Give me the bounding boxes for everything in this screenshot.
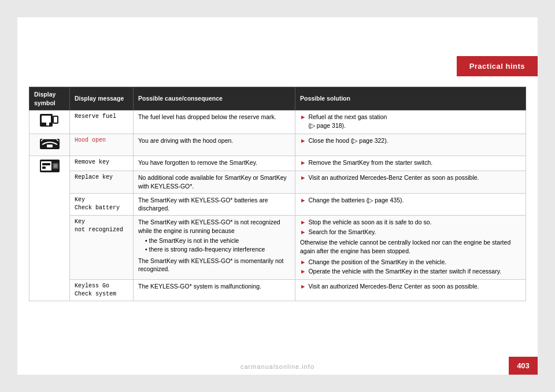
watermark-text: carmanualsonline.info [240, 363, 314, 370]
table-row: Reserve fuel The fuel level has dropped … [29, 110, 526, 134]
watermark: carmanualsonline.info [240, 363, 314, 370]
display-msg-hood-open: Hood open [70, 134, 134, 156]
svg-rect-12 [54, 164, 57, 168]
symbol-cell-key [29, 156, 70, 301]
table-row: Replace key No additional code available… [29, 171, 526, 193]
solution-remove-key: ►Remove the SmartKey from the starter sw… [295, 156, 526, 171]
solution-hood-open: ►Close the hood (▷ page 322). [295, 134, 526, 156]
display-msg-check-battery: KeyCheck battery [70, 193, 134, 215]
cause-keyless-go: The KEYLESS-GO* system is malfunctioning… [134, 280, 295, 301]
display-msg-remove-key: Remove key [70, 156, 134, 171]
main-table-container: Display symbol Display message Possible … [29, 87, 526, 346]
cause-hood-open: You are driving with the hood open. [134, 134, 295, 156]
display-msg-not-recognized: Keynot recognized [70, 215, 134, 279]
cause-remove-key: You have forgotten to remove the SmartKe… [134, 156, 295, 171]
solution-replace-key: ►Visit an authorized Mercedes-Benz Cente… [295, 171, 526, 193]
table-row: Hood open You are driving with the hood … [29, 134, 526, 156]
svg-rect-1 [42, 116, 51, 123]
cause-not-recognized: The SmartKey with KEYLESS-GO* is not rec… [134, 215, 295, 279]
cause-check-battery: The SmartKey with KEYLESS-GO* batteries … [134, 193, 295, 215]
page-number-box: 403 [509, 357, 538, 375]
cause-reserve-fuel: The fuel level has dropped below the res… [134, 110, 295, 134]
table-row: Keynot recognized The SmartKey with KEYL… [29, 215, 526, 279]
table-row: Keyless GoCheck system The KEYLESS-GO* s… [29, 280, 526, 301]
col-header-symbol: Display symbol [29, 87, 70, 110]
solution-reserve-fuel: ►Refuel at the next gas station(▷ page 3… [295, 110, 526, 134]
svg-rect-6 [47, 145, 53, 147]
col-header-cause: Possible cause/consequence [134, 87, 295, 110]
symbol-cell-fuel [29, 110, 70, 134]
col-header-message: Display message [70, 87, 134, 110]
hood-icon [39, 136, 61, 151]
table-row: KeyCheck battery The SmartKey with KEYLE… [29, 193, 526, 215]
key-icon [39, 158, 61, 173]
svg-rect-9 [42, 163, 50, 165]
col-header-solution: Possible solution [295, 87, 526, 110]
symbol-cell-hood [29, 134, 70, 156]
cause-replace-key: No additional code available for SmartKe… [134, 171, 295, 193]
page-number-text: 403 [517, 361, 530, 370]
display-msg-keyless-go: Keyless GoCheck system [70, 280, 134, 301]
chapter-title: Practical hints [469, 62, 525, 71]
solution-keyless-go: ►Visit an authorized Mercedes-Benz Cente… [295, 280, 526, 301]
display-symbols-table: Display symbol Display message Possible … [29, 87, 526, 301]
svg-rect-4 [46, 123, 49, 125]
table-row: Remove key You have forgotten to remove … [29, 156, 526, 171]
svg-rect-3 [54, 117, 57, 123]
display-msg-replace-key: Replace key [70, 171, 134, 193]
svg-rect-10 [42, 167, 46, 169]
fuel-icon [39, 113, 61, 128]
solution-not-recognized: ►Stop the vehicle as soon as it is safe … [295, 215, 526, 279]
solution-check-battery: ►Change the batteries (▷ page 435). [295, 193, 526, 215]
chapter-header-tab: Practical hints [457, 56, 538, 76]
svg-rect-8 [41, 161, 51, 171]
table-header-row: Display symbol Display message Possible … [29, 87, 526, 110]
display-msg-reserve-fuel: Reserve fuel [70, 110, 134, 134]
